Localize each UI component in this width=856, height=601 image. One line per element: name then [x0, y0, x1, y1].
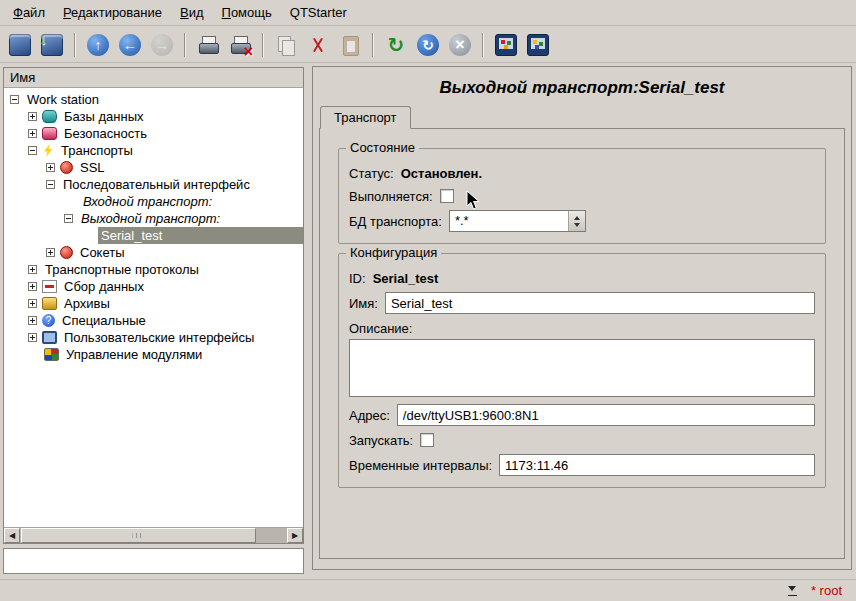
menu-help[interactable]: Помощь [213, 0, 281, 25]
tree-item[interactable]: Базы данных [4, 108, 303, 125]
transport-db-value: *.* [450, 211, 568, 231]
start-updating-button[interactable] [413, 30, 443, 60]
go-up-button[interactable] [83, 30, 113, 60]
toolbar [0, 27, 856, 63]
tree-item[interactable]: Специальные [4, 312, 303, 329]
scrollbar-thumb[interactable] [21, 528, 256, 543]
tree-panel: Имя Work stationБазы данныхБезопасностьТ… [3, 67, 304, 544]
remove-item-button[interactable] [225, 30, 255, 60]
tree-item[interactable]: Пользовательские интерфейсы [4, 329, 303, 346]
qtcfg-icon [527, 34, 549, 56]
add-item-button[interactable] [193, 30, 223, 60]
expand-icon[interactable] [28, 112, 37, 121]
qtcfg-button[interactable] [523, 30, 553, 60]
start-icon [417, 34, 439, 56]
app-window: ФайлРедактированиеВидПомощьQTStarter Имя… [0, 0, 856, 601]
tree-item[interactable]: Архивы [4, 295, 303, 312]
ui-icon [42, 331, 57, 344]
menu-edit[interactable]: Редактирование [54, 0, 171, 25]
socket-icon [60, 246, 73, 259]
tree-hscrollbar[interactable]: ◀ ▶ [4, 527, 303, 543]
running-label: Выполняется: [349, 189, 433, 204]
address-input[interactable] [397, 404, 815, 426]
expand-icon[interactable] [28, 282, 37, 291]
up-icon [87, 34, 109, 56]
description-textarea[interactable] [349, 339, 815, 397]
start-label: Запускать: [349, 433, 413, 448]
running-checkbox[interactable] [440, 189, 454, 203]
tree-item[interactable]: Сбор данных [4, 278, 303, 295]
tree-item[interactable]: Serial_test [4, 227, 303, 244]
menu-qtstarter[interactable]: QTStarter [281, 0, 356, 25]
id-value: Serial_test [373, 271, 439, 286]
page-title: Выходной транспорт:Serial_test [313, 78, 851, 98]
refresh-button[interactable] [381, 30, 411, 60]
transport-db-combobox[interactable]: *.* [449, 210, 586, 232]
tree-item[interactable]: Транспорты [4, 142, 303, 159]
cut-item-button[interactable] [303, 30, 333, 60]
config-group-title: Конфигурация [346, 245, 441, 260]
tree-item[interactable]: Сокеты [4, 244, 303, 261]
statusbar-expander-icon[interactable] [787, 584, 799, 597]
db-icon [42, 110, 57, 123]
menu-view[interactable]: Вид [171, 0, 213, 25]
collapse-icon[interactable] [28, 146, 37, 155]
timings-input[interactable] [499, 454, 815, 476]
modules-icon [44, 348, 59, 361]
tree-item[interactable]: Последовательный интерфейс [4, 176, 303, 193]
tree-item[interactable]: Транспортные протоколы [4, 261, 303, 278]
scroll-left-button[interactable]: ◀ [4, 528, 20, 543]
stop-updating-button[interactable] [445, 30, 475, 60]
qtvision-button[interactable] [491, 30, 521, 60]
stop-icon [449, 34, 471, 56]
scrollbar-track[interactable] [20, 528, 287, 543]
expand-icon[interactable] [28, 316, 37, 325]
expand-icon[interactable] [28, 333, 37, 342]
tree-item-label: Входной транспорт: [80, 193, 215, 210]
expand-icon[interactable] [28, 265, 37, 274]
tree-item[interactable]: Управление модулями [4, 346, 303, 363]
expand-icon[interactable] [46, 163, 55, 172]
go-back-button[interactable] [115, 30, 145, 60]
collapse-icon[interactable] [46, 180, 55, 189]
tree-item-label: Последовательный интерфейс [60, 176, 253, 193]
tree-item[interactable]: SSL [4, 159, 303, 176]
splitter-handle[interactable] [304, 67, 312, 574]
transport-db-label: БД транспорта: [349, 214, 442, 229]
tree-item[interactable]: Безопасность [4, 125, 303, 142]
tree-item-label: SSL [77, 159, 108, 176]
tree-item[interactable]: Work station [4, 91, 303, 108]
tree-header-label: Имя [10, 70, 35, 85]
paste-icon [339, 34, 361, 56]
tree-item[interactable]: Входной транспорт: [4, 193, 303, 210]
user-indicator[interactable]: * root [811, 583, 842, 598]
collapse-icon[interactable] [64, 214, 73, 223]
name-input[interactable] [385, 292, 815, 314]
save-to-db-button[interactable] [37, 30, 67, 60]
tree-item-label: Базы данных [61, 108, 147, 125]
expand-icon[interactable] [46, 248, 55, 257]
expand-icon[interactable] [28, 299, 37, 308]
status-value: Остановлен. [401, 166, 482, 181]
tree-item[interactable]: Выходной транспорт: [4, 210, 303, 227]
tree-item-label: Work station [24, 91, 102, 108]
tab-transport[interactable]: Транспорт [320, 106, 411, 129]
status-label: Статус: [349, 166, 394, 181]
ssl-icon [60, 161, 73, 174]
paste-item-button [335, 30, 365, 60]
menu-file[interactable]: Файл [4, 0, 54, 25]
tree-item-label: Serial_test [98, 227, 303, 244]
tree-item-label: Выходной транспорт: [78, 210, 223, 227]
refresh-icon [385, 34, 407, 56]
tree-filter-input[interactable] [3, 548, 304, 574]
tree-item-label: Безопасность [61, 125, 150, 142]
toolbar-separator [482, 33, 484, 57]
timings-label: Временные интервалы: [349, 458, 492, 473]
scroll-right-button[interactable]: ▶ [287, 528, 303, 543]
config-group: Конфигурация ID: Serial_test Имя: Описан… [338, 253, 826, 488]
expand-icon[interactable] [28, 129, 37, 138]
start-checkbox[interactable] [420, 433, 434, 447]
load-from-db-button[interactable] [5, 30, 35, 60]
collapse-icon[interactable] [10, 95, 19, 104]
toolbar-separator [372, 33, 374, 57]
